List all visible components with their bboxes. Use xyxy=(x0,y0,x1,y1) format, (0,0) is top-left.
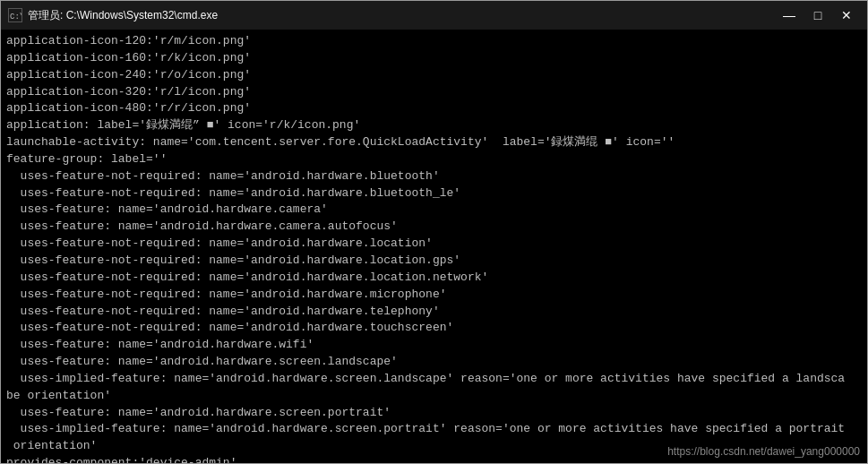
terminal-output: application-icon-120:'r/m/icon.png' appl… xyxy=(6,33,862,463)
cmd-icon: C:\ xyxy=(8,8,22,22)
cmd-window: C:\ 管理员: C:\Windows\System32\cmd.exe — □… xyxy=(0,0,868,464)
window-title: 管理员: C:\Windows\System32\cmd.exe xyxy=(28,8,218,23)
minimize-button[interactable]: — xyxy=(776,4,803,26)
title-bar: C:\ 管理员: C:\Windows\System32\cmd.exe — □… xyxy=(1,1,867,30)
title-bar-left: C:\ 管理员: C:\Windows\System32\cmd.exe xyxy=(8,8,218,23)
close-button[interactable]: ✕ xyxy=(833,4,860,26)
window-controls: — □ ✕ xyxy=(776,4,860,26)
svg-text:C:\: C:\ xyxy=(10,13,21,21)
terminal-area[interactable]: application-icon-120:'r/m/icon.png' appl… xyxy=(1,30,867,463)
watermark: https://blog.csdn.net/dawei_yang000000 xyxy=(667,445,860,458)
maximize-button[interactable]: □ xyxy=(804,4,831,26)
